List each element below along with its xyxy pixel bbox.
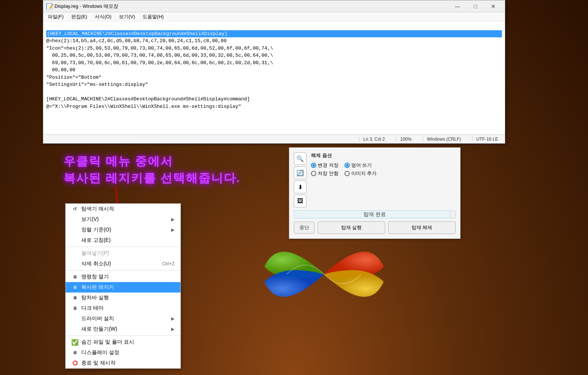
download-tool-button[interactable]: ⬇ <box>294 181 306 193</box>
display-settings-icon: 🖥 <box>72 349 78 356</box>
view-arrow-icon: ▶ <box>171 217 174 222</box>
radio-no-save[interactable]: 저장 안함 <box>311 170 339 177</box>
radio-overwrite-circle <box>345 163 350 168</box>
ctx-open-reg[interactable]: 🖥 명령창 열기 <box>66 272 180 282</box>
paste-regkey-icon: 🖥 <box>72 284 78 291</box>
close-button[interactable]: ✕ <box>485 2 502 11</box>
notepad-title: Display.reg - Windows 메모장 <box>54 3 118 10</box>
tool-icon-buttons: 🔍 🔄 ⬇ 🖼 <box>294 152 306 207</box>
taskbar-icon: 🖥 <box>72 294 78 301</box>
menu-file[interactable]: 파일(F) <box>45 13 67 21</box>
tool-options: 해제 옵션 변경 저장 덮어 쓰기 저장 안함 <box>311 152 377 177</box>
content-line-2: @=hex(2):14,b5,a4,c2,0c,d5,08,b8,74,c7,2… <box>46 38 227 44</box>
annotation-line1: 우클릭 메뉴 중에서 <box>63 153 240 170</box>
radio-add-image-circle <box>345 171 350 176</box>
separator-2 <box>66 270 180 271</box>
radio-no-save-circle <box>311 171 316 176</box>
notepad-titlebar: 📝 Display.reg - Windows 메모장 — □ ✕ <box>43 0 505 12</box>
restart-icon: ⭕ <box>72 360 78 366</box>
ctx-refresh[interactable]: 새로 고침(E) <box>66 235 180 246</box>
ctx-paste[interactable]: 붙여넣기(P) <box>66 248 180 259</box>
status-encoding: UTF-16 LE <box>472 137 502 142</box>
desktop-background: 📝 Display.reg - Windows 메모장 — □ ✕ 파일(F) … <box>0 0 588 375</box>
radio-row-1: 변경 저장 덮어 쓰기 <box>311 162 377 169</box>
notepad-controls: — □ ✕ <box>449 2 502 11</box>
ctx-undo[interactable]: 삭제 취소(U) Ctrl+Z <box>66 259 180 269</box>
theme-icon: 🖥 <box>72 305 78 312</box>
notepad-window: 📝 Display.reg - Windows 메모장 — □ ✕ 파일(F) … <box>43 0 505 144</box>
notepad-content[interactable]: [HKEY_LOCAL_MACHINE\2#Classes#DesktopBac… <box>43 21 505 134</box>
run-button[interactable]: 탑재 실행 <box>318 221 385 234</box>
ctx-new[interactable]: 새로 만들기(W) ▶ <box>66 324 180 334</box>
status-zoom: 100% <box>396 137 415 142</box>
ctx-show-hidden[interactable]: ✅ 숨긴 파일 및 폴더 표시 <box>66 337 180 347</box>
refresh-icon <box>72 237 78 244</box>
status-ln-col: Ln 3, Col 2 <box>359 137 389 142</box>
show-hidden-icon: ✅ <box>72 339 78 346</box>
menu-view[interactable]: 보기(V) <box>116 13 138 21</box>
tool-output-scrollbar[interactable] <box>450 211 455 218</box>
tool-bottom-row: 중단 탑재 실행 탑재 해제 <box>294 221 456 234</box>
tool-panel: 🔍 🔄 ⬇ 🖼 해제 옵션 변경 저장 덮어 쓰기 <box>289 147 460 239</box>
options-title: 해제 옵션 <box>311 152 377 159</box>
release-button[interactable]: 탑재 해제 <box>388 221 456 234</box>
refresh-tool-button[interactable]: 🔄 <box>294 166 306 179</box>
content-line-10: [HKEY_LOCAL_MACHINE\2#Classes#DesktopBac… <box>46 96 250 102</box>
content-line-11: @="X:\\Program Files\\WinXShell\\WinXShe… <box>46 104 241 109</box>
radio-no-save-label: 저장 안함 <box>318 170 339 177</box>
radio-save-changes-circle <box>311 163 316 168</box>
annotation: 우클릭 메뉴 중에서 복사된 레지키를 선택해줍니다. <box>63 153 240 187</box>
selected-line: [HKEY_LOCAL_MACHINE\2#Classes#DesktopBac… <box>46 30 502 38</box>
open-reg-icon: 🖥 <box>72 274 78 280</box>
radio-overwrite[interactable]: 덮어 쓰기 <box>345 162 372 169</box>
tool-output-text: 탑재 완료 <box>364 211 386 218</box>
new-icon <box>72 326 78 332</box>
content-line-6: 00,00,00 <box>46 67 75 73</box>
tool-top-row: 🔍 🔄 ⬇ 🖼 해제 옵션 변경 저장 덮어 쓰기 <box>294 152 456 207</box>
ctx-restart[interactable]: ⭕ 종료 및 재시작 <box>66 358 180 368</box>
driver-arrow-icon: ▶ <box>171 316 174 321</box>
status-line-ending: Windows (CRLF) <box>423 137 465 142</box>
radio-save-changes[interactable]: 변경 저장 <box>311 162 339 169</box>
menu-help[interactable]: 도움말(H) <box>139 13 167 21</box>
content-line-5: 69,00,73,00,70,00,6c,00,61,00,79,00,2e,0… <box>46 60 273 66</box>
menu-search[interactable]: 서식(O) <box>92 13 114 21</box>
notepad-app-icon: 📝 <box>46 3 52 9</box>
notepad-statusbar: Ln 3, Col 2 100% Windows (CRLF) UTF-16 L… <box>43 134 505 143</box>
tool-output: 탑재 완료 <box>294 210 456 218</box>
radio-add-image[interactable]: 이미지 추가 <box>345 170 377 177</box>
undo-icon <box>72 260 78 267</box>
radio-row-2: 저장 안함 이미지 추가 <box>311 170 377 177</box>
sort-icon <box>72 226 78 233</box>
ctx-display-settings[interactable]: 🖥 디스플레이 설정 <box>66 347 180 358</box>
ctx-view[interactable]: 보기(V) ▶ <box>66 214 180 225</box>
ctx-taskbar[interactable]: 🖥 탐처바 실행 <box>66 293 180 303</box>
search-tool-button[interactable]: 🔍 <box>294 152 306 165</box>
context-menu: ↺ 탐색기 재시작 보기(V) ▶ 정렬 기준(O) ▶ 새로 고침(E) 붙여… <box>65 203 181 369</box>
sort-arrow-icon: ▶ <box>171 227 174 232</box>
new-arrow-icon: ▶ <box>171 326 174 332</box>
radio-add-image-label: 이미지 추가 <box>351 170 377 177</box>
ctx-paste-regkey[interactable]: 🖥 복사된 레지키 <box>66 282 180 293</box>
ctx-explorer-restart[interactable]: ↺ 탐색기 재시작 <box>66 204 180 214</box>
ctx-theme[interactable]: 🖥 다크 테마 <box>66 303 180 313</box>
driver-icon <box>72 315 78 322</box>
separator-3 <box>66 335 180 336</box>
ctx-sort[interactable]: 정렬 기준(O) ▶ <box>66 225 180 235</box>
annotation-line2: 복사된 레지키를 선택해줍니다. <box>63 170 240 187</box>
radio-overwrite-label: 덮어 쓰기 <box>351 162 372 169</box>
maximize-button[interactable]: □ <box>467 2 484 11</box>
menu-edit[interactable]: 편집(E) <box>68 13 90 21</box>
content-line-3: "Icon"=hex(2):25,00,53,00,79,00,73,00,74… <box>46 46 273 51</box>
content-line-8: "SettingsUri"="ms-settings:display" <box>46 82 148 87</box>
notepad-title-left: 📝 Display.reg - Windows 메모장 <box>46 3 118 10</box>
stop-button[interactable]: 중단 <box>294 222 315 234</box>
paste-icon <box>72 250 78 257</box>
view-icon <box>72 216 78 223</box>
undo-shortcut: Ctrl+Z <box>162 261 174 266</box>
image-tool-button[interactable]: 🖼 <box>294 195 306 207</box>
minimize-button[interactable]: — <box>449 2 466 11</box>
content-line-7: "Position"="Bottom" <box>46 75 101 80</box>
ctx-driver[interactable]: 드라이버 설치 ▶ <box>66 313 180 324</box>
content-line-4: 00,25,00,5c,00,53,00,79,00,73,00,74,00,6… <box>46 53 273 58</box>
